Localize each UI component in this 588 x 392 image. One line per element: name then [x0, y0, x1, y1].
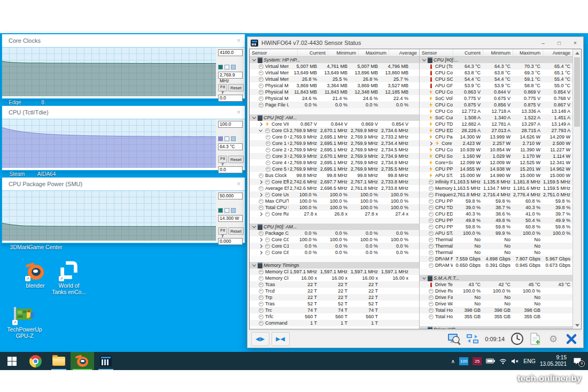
logging-report-icon[interactable]	[527, 332, 543, 346]
column-header-minimum[interactable]: Minimum	[328, 49, 358, 56]
sensor-row[interactable]: Core Clocks2,769.9 MHz2,670.1 MHz2,769.9…	[250, 127, 419, 134]
sensor-row[interactable]: CPU TDC12.882 A12.781 A13.297 A13.149 A	[420, 121, 572, 127]
sensor-row[interactable]: Core 1 Clo...2,769.9 MHz2,695.1 MHz2,769…	[250, 140, 419, 147]
column-header-average[interactable]: Average	[389, 49, 419, 56]
chevron-down-icon[interactable]	[422, 59, 427, 62]
sensor-row[interactable]: Virtual Memor...26.8 %25.5 %26.8 %25.7 %	[250, 76, 419, 82]
fit-y-button[interactable]: Fit y	[218, 227, 227, 235]
tray-chevron-icon[interactable]: ∧	[451, 358, 455, 364]
sensor-row[interactable]: Command Rate1 T1 T1 T	[250, 320, 419, 326]
graph-titlebar[interactable]: Core Clocks ×	[2, 34, 245, 47]
series-color-swatch[interactable]	[231, 65, 236, 70]
taskbar-clock[interactable]: 9:15 13.05.2021	[540, 355, 567, 367]
minimize-button[interactable]: –	[535, 37, 551, 48]
sensor-row[interactable]: Drive Tem...43 °C42 °C45 °C43 °C	[420, 281, 572, 288]
system-scan-icon[interactable]	[446, 332, 462, 346]
column-header-average[interactable]: Average	[543, 49, 572, 56]
sensor-row[interactable]: Core+SoC...12.099 W12.009 W12.525 W12.34…	[420, 159, 572, 166]
sensor-row[interactable]: DRAM Rea...7.559 Gbps4.898 Gbps7.807 Gbp…	[420, 256, 572, 262]
chevron-right-icon[interactable]	[258, 213, 263, 216]
sensor-row[interactable]: Memory C...1,163.5 MHz1,134.7 MHz1,181.6…	[420, 185, 572, 191]
hwinfo-titlebar[interactable]: HWiNFO64 v7.02-4430 Sensor Status – □ ×	[247, 37, 583, 49]
series-color-swatch[interactable]	[218, 65, 223, 70]
sensor-row[interactable]: CPU Core ...12.772 A12.718 A13.336 A13.1…	[420, 108, 572, 114]
collapse-columns-button[interactable]: ▶◀	[272, 332, 290, 346]
taskbar-hwinfo-icon[interactable]	[94, 352, 118, 370]
start-button[interactable]	[0, 352, 24, 370]
desktop-icon-world-of-tanks[interactable]: ↗ World of Tanks enCo...	[51, 261, 87, 295]
column-header-sensor[interactable]: Sensor	[420, 50, 453, 56]
remote-sensors-icon[interactable]	[465, 332, 481, 346]
sensor-row[interactable]: SoC Curre...1.508 A1.340 A1.522 A1.451 A	[420, 114, 572, 121]
sensor-row[interactable]: Package C6 Re...0.0 %0.0 %0.0 %0.0 %	[250, 230, 419, 236]
sensor-row[interactable]: CPU (Tctl/...64.3 °C64.3 °C70.3 °C65.4 °…	[420, 63, 572, 70]
scrollbar-thumb[interactable]	[574, 57, 580, 127]
sensor-row[interactable]: Trfc560 T560 T560 T	[250, 313, 419, 320]
sensor-row[interactable]: Trc74 T74 T74 T	[250, 307, 419, 313]
column-header-sensor[interactable]: Sensor	[250, 50, 297, 56]
graph-titlebar[interactable]: CPU Package Power (SMU) ×	[2, 178, 245, 190]
language-indicator[interactable]: ENG	[523, 358, 536, 364]
sensor-row[interactable]: CPU PPT14.955 W14.938 W15.201 W14.962 W	[420, 166, 572, 172]
maximize-button[interactable]: □	[551, 37, 567, 48]
chevron-down-icon[interactable]	[252, 226, 257, 228]
fit-y-button[interactable]: Fit y	[218, 156, 227, 163]
chevron-right-icon[interactable]	[258, 245, 263, 248]
close-icon[interactable]: ×	[237, 181, 241, 187]
sensor-row[interactable]: Total Host...398 GB398 GB398 GB	[420, 307, 572, 313]
sensor-row[interactable]: Core 2 Clo...2,769.9 MHz2,695.1 MHz2,769…	[250, 147, 419, 153]
graph-current-value[interactable]: 64.3 °C	[218, 143, 243, 150]
sensor-row[interactable]: Physical Memo...3,869 MB3,364 MB3,869 MB…	[250, 82, 419, 89]
sensor-row[interactable]: Total Host...355 GB355 GB355 GB	[420, 313, 572, 320]
sensor-row[interactable]: DRAM Wri...0.650 Gbps0.391 Gbps0.945 Gbp…	[420, 262, 572, 268]
sensor-row[interactable]: CPU PPT F...49.8 %49.8 %50.4 %49.9 %	[420, 217, 572, 224]
taskbar-chrome-icon[interactable]	[24, 352, 47, 370]
sensor-row[interactable]: Core C0 Re...100.0 %100.0 %100.0 %100.0 …	[250, 236, 419, 243]
scroll-down-arrow[interactable]	[573, 321, 581, 329]
sensor-section-row[interactable]: CPU [#0]:...	[420, 57, 572, 63]
sensor-row[interactable]: Max CPU/Thre...100.0 %100.0 %100.0 %100.…	[250, 198, 419, 204]
sensor-row[interactable]: CPU PPT L...59.8 %59.8 %60.8 %59.8 %	[420, 198, 572, 204]
clock-icon[interactable]	[509, 332, 525, 346]
graph-titlebar[interactable]: CPU (Tctl/Tdie) ×	[2, 106, 245, 119]
sensor-section-row[interactable]: System: HP HP...	[250, 57, 419, 63]
desktop-icon-blender[interactable]: ↗ blender	[20, 261, 51, 289]
sensor-row[interactable]: APU STAP...100.0 %99.9 %100.0 %100.0 %	[420, 230, 572, 236]
sensor-row[interactable]: Core 5 Clo...2,769.9 MHz2,695.1 MHz2,769…	[250, 166, 419, 172]
sensor-row[interactable]: Tcas22 T22 T22 T	[250, 281, 419, 288]
close-button[interactable]: ×	[567, 37, 583, 48]
sensor-row[interactable]: APU STAPM15.000 W14.990 W15.000 W15.000 …	[420, 172, 572, 179]
chevron-down-icon[interactable]	[252, 117, 257, 119]
sensor-section-row[interactable]: CPU [#0]: AM...	[250, 224, 419, 230]
graph-max-input[interactable]: 50.000	[218, 193, 243, 199]
graph-max-input[interactable]: 100.0	[218, 121, 243, 128]
graph-min-input[interactable]: 0.0	[218, 95, 243, 102]
sensor-section-row[interactable]: S.M.A.R.T...	[420, 275, 572, 281]
sensor-row[interactable]: Core 3 Clo...2,769.9 MHz2,670.1 MHz2,769…	[250, 153, 419, 159]
sensor-row[interactable]: CPU Packa...14.300 W13.999 W14.626 W14.2…	[420, 134, 572, 140]
sensor-row[interactable]: CPU PPT S...59.8 %59.8 %60.8 %59.8 %	[420, 224, 572, 230]
sensor-row[interactable]: CPU Core ...10.939 W10.854 W11.390 W11.2…	[420, 147, 572, 153]
chevron-right-icon[interactable]	[428, 142, 433, 145]
sensor-row[interactable]: Core VIDs0.867 V0.844 V0.869 V0.854 V	[250, 121, 419, 127]
sensor-row[interactable]: Physical Memo...24.6 %21.4 %24.6 %22.4 %	[250, 95, 419, 102]
column-header-current[interactable]: Current	[297, 49, 328, 56]
chevron-right-icon[interactable]	[258, 251, 263, 254]
battery-icon[interactable]	[486, 358, 495, 364]
sensor-row[interactable]: Memory Clock ...16.00 x16.00 x16.00 x16.…	[250, 275, 419, 281]
series-color-swatch[interactable]	[225, 136, 229, 141]
graph-min-input[interactable]: 0.0	[218, 166, 243, 173]
sensor-row[interactable]: CPU SOC54.4 °C54.4 °C59.1 °C55.4 °C	[420, 76, 572, 82]
gear-icon[interactable]: ⚙	[545, 332, 561, 346]
series-color-swatch[interactable]	[231, 136, 236, 141]
chevron-right-icon[interactable]	[258, 194, 263, 196]
series-color-swatch[interactable]	[218, 208, 223, 213]
sensor-row[interactable]: Drive Rem...100.0 %100.0 %100.0 %	[420, 288, 572, 294]
sensor-row[interactable]: CPU Core ...0.875 V0.856 V0.875 V0.867 V	[420, 102, 572, 108]
tray-badge-red[interactable]: 25	[473, 357, 482, 365]
sensor-row[interactable]: CPU EDC28.226 A27.013 A28.715 A27.793 A	[420, 127, 572, 134]
desktop-icon-gpuz[interactable]: ↗ TechPowerUp GPU-Z	[5, 305, 44, 339]
sensor-row[interactable]: Virtual Memor...5,007 MB4,761 MB5,007 MB…	[250, 63, 419, 70]
fit-y-button[interactable]: Fit y	[218, 84, 227, 91]
sensor-row[interactable]: Drive FailureNoNoNo	[420, 294, 572, 301]
